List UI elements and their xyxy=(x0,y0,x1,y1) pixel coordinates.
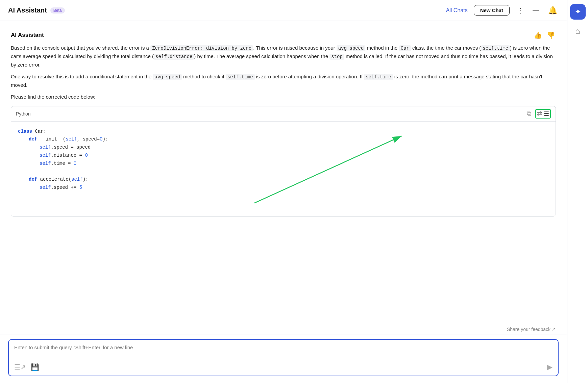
paragraph-1: Based on the console output that you've … xyxy=(11,44,556,69)
save-input-button[interactable]: 💾 xyxy=(30,362,40,372)
code-content: class Car: def __init__(self, speed=0): … xyxy=(11,122,556,216)
selftime3-code-inline: self.time xyxy=(364,74,393,80)
thumbdown-button[interactable]: 👎 xyxy=(546,30,556,40)
ai-assistant-sidebar-button[interactable]: ✦ xyxy=(570,4,586,20)
code-line-5: self.time = 0 xyxy=(40,160,549,168)
code-line-1: class Car: xyxy=(18,128,549,136)
code-line-8: self.speed += 5 xyxy=(40,184,549,192)
thumbdown-icon: 👎 xyxy=(547,31,555,39)
message-body: Based on the console output that you've … xyxy=(11,44,556,101)
selftime-code-inline: self.time xyxy=(481,45,510,51)
paragraph-2: One way to resolve this is to add a cond… xyxy=(11,73,556,90)
save-icon: 💾 xyxy=(31,363,39,371)
header-left: AI Assistant Beta xyxy=(8,6,446,14)
assistant-name-label: AI Assistant xyxy=(11,32,44,39)
chat-body: AI Assistant 👍 👎 Based on the console ou… xyxy=(0,21,567,323)
code-block: Python ⧉ ⇄ ☰ class Car: def __init__(sel… xyxy=(11,106,556,216)
list-icon: ☰↗ xyxy=(14,363,26,371)
more-icon: ⋮ xyxy=(517,7,524,14)
message-header: AI Assistant 👍 👎 xyxy=(11,30,556,40)
sidebar-home-button[interactable]: ⌂ xyxy=(574,25,582,37)
copy-icon: ⧉ xyxy=(527,110,531,117)
chat-input[interactable] xyxy=(14,344,553,350)
notifications-button[interactable]: 🔔 xyxy=(547,5,559,16)
feedback-link[interactable]: Share your feedback xyxy=(507,327,556,332)
home-icon: ⌂ xyxy=(575,26,580,35)
code-line-6 xyxy=(18,168,549,176)
feedback-row: Share your feedback xyxy=(0,323,567,334)
header: AI Assistant Beta All Chats New Chat ⋮ —… xyxy=(0,0,567,21)
send-button[interactable]: ▶ xyxy=(546,362,553,372)
code-line-7: def accelerate(self): xyxy=(29,176,549,184)
input-bottom-bar: ☰↗ 💾 ▶ xyxy=(14,362,553,372)
code-line-3: self.speed = speed xyxy=(40,144,549,152)
avgspeed-code-inline: avg_speed xyxy=(337,45,366,51)
thumbup-button[interactable]: 👍 xyxy=(533,30,543,40)
selftime2-code-inline: self.time xyxy=(226,74,255,80)
code-block-header: Python ⧉ ⇄ ☰ xyxy=(11,106,556,122)
sparkle-icon: ✦ xyxy=(575,7,581,16)
input-left-icons: ☰↗ 💾 xyxy=(14,362,40,372)
code-line-2: def __init__(self, speed=0): xyxy=(29,135,549,144)
right-sidebar: ✦ ⌂ xyxy=(567,0,588,383)
new-chat-button[interactable]: New Chat xyxy=(474,5,510,16)
insert-code-button[interactable]: ⇄ ☰ xyxy=(535,109,551,119)
code-line-4: self.distance = 0 xyxy=(40,152,549,160)
paragraph-3: Please find the corrected code below: xyxy=(11,93,556,101)
avgspeed2-code-inline: avg_speed xyxy=(153,74,182,80)
send-icon: ▶ xyxy=(547,363,553,371)
all-chats-link[interactable]: All Chats xyxy=(446,7,468,14)
selfdistance-code-inline: self.distance xyxy=(154,54,194,60)
feedback-icons-group: 👍 👎 xyxy=(533,30,556,40)
error-code-inline: ZeroDivisionError: division by zero xyxy=(150,45,253,51)
copy-code-button[interactable]: ⧉ xyxy=(525,109,533,118)
header-right: All Chats New Chat ⋮ — 🔔 xyxy=(446,5,559,16)
beta-badge: Beta xyxy=(50,7,65,14)
stop-code-inline: stop xyxy=(329,54,344,60)
code-actions: ⧉ ⇄ ☰ xyxy=(525,109,551,119)
car-code-inline: Car xyxy=(399,45,411,51)
input-area: ☰↗ 💾 ▶ xyxy=(0,334,567,383)
thumbup-icon: 👍 xyxy=(534,31,542,39)
code-language-label: Python xyxy=(16,111,31,117)
minimize-icon: — xyxy=(533,6,539,14)
minimize-button[interactable]: — xyxy=(531,5,541,16)
insert-icon: ⇄ ☰ xyxy=(537,110,549,117)
input-box: ☰↗ 💾 ▶ xyxy=(8,339,559,376)
prompt-list-button[interactable]: ☰↗ xyxy=(14,362,27,372)
more-options-button[interactable]: ⋮ xyxy=(516,5,525,16)
app-title: AI Assistant xyxy=(8,6,47,14)
bell-icon: 🔔 xyxy=(548,6,557,15)
